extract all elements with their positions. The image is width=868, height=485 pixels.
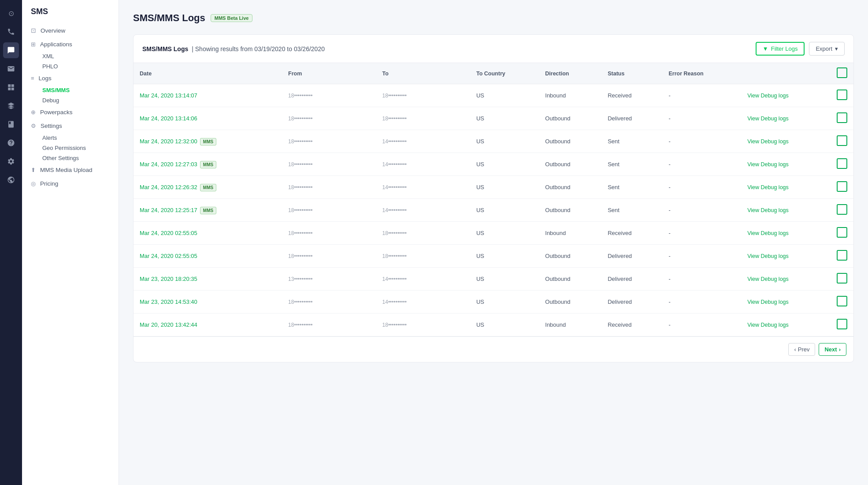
sidebar-item-label: Powerpacks xyxy=(40,109,73,116)
view-debug-link[interactable]: View Debug logs xyxy=(747,207,789,213)
row-checkbox[interactable] xyxy=(837,158,847,169)
row-checkbox[interactable] xyxy=(837,296,847,306)
col-to: To xyxy=(376,63,470,84)
sidebar-item-pricing[interactable]: ◎ Pricing xyxy=(22,177,119,190)
row-checkbox[interactable] xyxy=(837,181,847,192)
book-icon[interactable] xyxy=(3,116,19,132)
cell-checkbox xyxy=(831,153,853,176)
date-link[interactable]: Mar 24, 2020 13:14:06 xyxy=(140,115,197,122)
table-row: Mar 24, 2020 13:14:0718••••••••••18•••••… xyxy=(134,84,853,107)
view-debug-link[interactable]: View Debug logs xyxy=(747,276,789,282)
phone-icon[interactable] xyxy=(3,24,19,40)
view-debug-link[interactable]: View Debug logs xyxy=(747,299,789,305)
cell-from: 18•••••••••• xyxy=(282,199,376,222)
row-checkbox[interactable] xyxy=(837,204,847,215)
export-button[interactable]: Export ▾ xyxy=(809,42,845,56)
filter-logs-button[interactable]: ▼ Filter Logs xyxy=(756,42,805,56)
view-debug-link[interactable]: View Debug logs xyxy=(747,184,789,190)
col-actions xyxy=(741,63,831,84)
date-link[interactable]: Mar 24, 2020 13:14:07 xyxy=(140,92,197,99)
to-number: 14•••••••••• xyxy=(382,184,427,190)
cell-view-debug: View Debug logs xyxy=(741,245,831,268)
view-debug-link[interactable]: View Debug logs xyxy=(747,322,789,328)
cell-to-country: US xyxy=(470,176,539,199)
row-checkbox[interactable] xyxy=(837,112,847,123)
row-checkbox[interactable] xyxy=(837,273,847,284)
prev-button[interactable]: ‹ Prev xyxy=(788,343,815,356)
col-status: Status xyxy=(601,63,662,84)
date-link[interactable]: Mar 24, 2020 02:55:05 xyxy=(140,253,197,259)
sms-icon[interactable] xyxy=(3,42,19,58)
row-checkbox[interactable] xyxy=(837,227,847,238)
date-link[interactable]: Mar 23, 2020 14:53:40 xyxy=(140,298,197,305)
date-link[interactable]: Mar 20, 2020 13:42:44 xyxy=(140,321,197,328)
cell-to-country: US xyxy=(470,130,539,153)
sidebar-sub-alerts[interactable]: Alerts xyxy=(22,133,119,143)
row-checkbox[interactable] xyxy=(837,90,847,100)
cell-date: Mar 24, 2020 02:55:05 xyxy=(134,222,282,245)
date-link[interactable]: Mar 24, 2020 12:27:03 xyxy=(140,161,197,168)
sidebar-item-label: Pricing xyxy=(40,180,58,187)
view-debug-link[interactable]: View Debug logs xyxy=(747,253,789,259)
next-button[interactable]: Next › xyxy=(819,343,846,356)
globe-icon[interactable] xyxy=(3,172,19,188)
mms-badge: MMS xyxy=(200,184,216,191)
grid-icon[interactable] xyxy=(3,79,19,95)
sidebar-sub-geo-permissions[interactable]: Geo Permissions xyxy=(22,143,119,153)
sidebar-item-applications[interactable]: ⊞ Applications xyxy=(22,37,119,51)
row-checkbox[interactable] xyxy=(837,135,847,146)
cell-status: Delivered xyxy=(601,291,662,313)
view-debug-link[interactable]: View Debug logs xyxy=(747,93,789,99)
sidebar-sub-debug[interactable]: Debug xyxy=(22,95,119,105)
row-checkbox[interactable] xyxy=(837,250,847,261)
sidebar-sub-phlo[interactable]: PHLO xyxy=(22,61,119,71)
view-debug-link[interactable]: View Debug logs xyxy=(747,161,789,168)
view-debug-link[interactable]: View Debug logs xyxy=(747,230,789,236)
cell-status: Received xyxy=(601,222,662,245)
header-checkbox[interactable] xyxy=(837,67,847,78)
settings-icon[interactable] xyxy=(3,153,19,169)
cell-date: Mar 23, 2020 18:20:35 xyxy=(134,268,282,291)
to-number: 14•••••••••• xyxy=(382,161,427,168)
sidebar-item-settings[interactable]: ⚙ Settings xyxy=(22,119,119,133)
sidebar-sub-other-settings[interactable]: Other Settings xyxy=(22,153,119,163)
help-icon[interactable] xyxy=(3,135,19,151)
mail-icon[interactable] xyxy=(3,61,19,77)
from-number: 18•••••••••• xyxy=(288,138,332,145)
date-link[interactable]: Mar 24, 2020 12:32:00 xyxy=(140,138,197,145)
cell-direction: Outbound xyxy=(539,268,601,291)
date-link[interactable]: Mar 24, 2020 12:25:17 xyxy=(140,207,197,213)
cell-checkbox xyxy=(831,176,853,199)
sidebar-item-powerpacks[interactable]: ⊕ Powerpacks xyxy=(22,105,119,119)
sidebar-sub-smsmms[interactable]: SMS/MMS xyxy=(22,85,119,95)
logs-table: Date From To To Country Direction Status… xyxy=(134,63,853,336)
table-row: Mar 24, 2020 12:27:03MMS18••••••••••14••… xyxy=(134,153,853,176)
sidebar-item-label: MMS Media Upload xyxy=(40,167,93,173)
cell-to-country: US xyxy=(470,84,539,107)
icon-rail: ⊙ xyxy=(0,0,22,485)
sidebar-item-overview[interactable]: ⊡ Overview xyxy=(22,23,119,37)
view-debug-link[interactable]: View Debug logs xyxy=(747,138,789,145)
row-checkbox[interactable] xyxy=(837,319,847,329)
cell-checkbox xyxy=(831,107,853,130)
sidebar-sub-xml[interactable]: XML xyxy=(22,51,119,61)
cell-status: Delivered xyxy=(601,268,662,291)
date-link[interactable]: Mar 24, 2020 02:55:05 xyxy=(140,230,197,236)
cell-view-debug: View Debug logs xyxy=(741,268,831,291)
date-link[interactable]: Mar 24, 2020 12:26:32 xyxy=(140,184,197,190)
layers-icon[interactable] xyxy=(3,98,19,114)
date-link[interactable]: Mar 23, 2020 18:20:35 xyxy=(140,276,197,282)
to-number: 18•••••••••• xyxy=(382,230,427,236)
sidebar-item-logs[interactable]: ≡ Logs xyxy=(22,71,119,85)
card-header: SMS/MMS Logs | Showing results from 03/1… xyxy=(134,35,853,63)
home-icon[interactable]: ⊙ xyxy=(3,5,19,21)
pricing-icon: ◎ xyxy=(31,180,36,187)
cell-to-country: US xyxy=(470,291,539,313)
cell-to-country: US xyxy=(470,153,539,176)
mms-badge: MMS xyxy=(200,138,216,146)
sidebar-item-mms-media-upload[interactable]: ⬆ MMS Media Upload xyxy=(22,163,119,177)
col-to-country: To Country xyxy=(470,63,539,84)
sidebar-item-label: Applications xyxy=(40,41,72,48)
table-row: Mar 24, 2020 12:32:00MMS18••••••••••14••… xyxy=(134,130,853,153)
view-debug-link[interactable]: View Debug logs xyxy=(747,116,789,122)
